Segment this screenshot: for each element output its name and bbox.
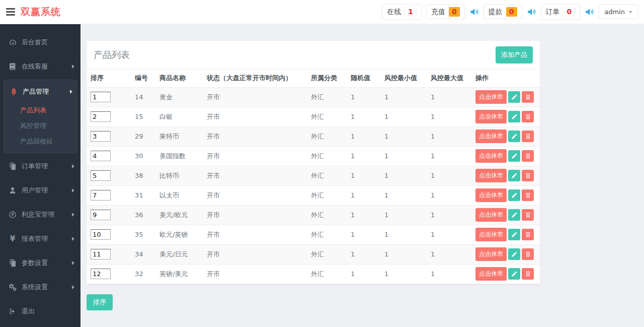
sidebar-item-label: 用户管理: [22, 186, 48, 195]
edit-button[interactable]: [508, 111, 520, 122]
sidebar-item-label: 系统设置: [22, 283, 48, 292]
edit-button[interactable]: [508, 229, 520, 240]
sidebar-item-order-management[interactable]: 订单管理: [0, 154, 80, 178]
close-market-button[interactable]: 点击休市: [475, 247, 507, 261]
random-value-cell: 1: [346, 87, 379, 107]
sidebar-item-user-management[interactable]: 用户管理: [0, 178, 80, 203]
close-market-button[interactable]: 点击休市: [475, 267, 507, 281]
close-market-button[interactable]: 点击休市: [475, 90, 507, 104]
sidebar-subitem-product-list[interactable]: 产品列表: [4, 102, 76, 118]
order-speaker-icon[interactable]: [585, 7, 594, 17]
sort-order-input[interactable]: [91, 111, 111, 122]
delete-button[interactable]: [522, 209, 534, 221]
pencil-icon: [511, 113, 518, 120]
main-content: 产品列表 添加产品 排序 编号 商品名称 状态（大盘正常开市时间内） 所属分类 …: [80, 24, 644, 327]
dashboard-icon: [8, 38, 17, 47]
edit-button[interactable]: [508, 170, 520, 181]
add-product-button[interactable]: 添加产品: [496, 46, 533, 63]
sort-order-input[interactable]: [91, 249, 111, 259]
hamburger-menu-icon[interactable]: [6, 7, 15, 17]
close-market-button[interactable]: 点击休市: [475, 208, 507, 222]
edit-button[interactable]: [508, 268, 520, 280]
topbar-right: 在线 1 充值 0 提款 0 订单 0 admin: [382, 4, 644, 20]
actions-cell: 点击休市: [470, 126, 540, 146]
sidebar-item-product-management[interactable]: B 产品管理: [4, 80, 76, 102]
delete-button[interactable]: [522, 229, 534, 240]
delete-button[interactable]: [522, 91, 534, 103]
sidebar-item-interest-management[interactable]: 利息宝管理: [0, 203, 80, 227]
sort-order-input[interactable]: [91, 131, 111, 142]
risk-min-cell: 1: [379, 244, 426, 264]
sort-order-input[interactable]: [91, 269, 111, 279]
risk-max-cell: 1: [426, 126, 470, 146]
brand-title[interactable]: 双赢系统: [21, 6, 61, 19]
topbar: 双赢系统 在线 1 充值 0 提款 0 订单 0 admin: [0, 0, 644, 24]
trash-icon: [525, 172, 531, 179]
close-market-button[interactable]: 点击休市: [475, 169, 507, 182]
withdraw-count-badge: 0: [506, 7, 517, 17]
sidebar-item-label: 在线客服: [22, 62, 48, 71]
trash-icon: [525, 113, 531, 120]
actions-cell: 点击休市: [470, 107, 540, 126]
actions-cell: 点击休市: [470, 225, 540, 244]
close-market-button[interactable]: 点击休市: [475, 149, 507, 163]
edit-button[interactable]: [508, 150, 520, 162]
sidebar-item-report-management[interactable]: ¥ 报表管理: [0, 227, 80, 251]
sidebar-subitem-product-recycle[interactable]: 产品回收站: [4, 134, 76, 149]
status-cell: 开市: [202, 146, 306, 166]
status-cell: 开市: [202, 107, 306, 126]
user-menu[interactable]: admin: [599, 5, 638, 19]
edit-button[interactable]: [508, 248, 520, 260]
edit-button[interactable]: [508, 91, 520, 103]
delete-button[interactable]: [522, 268, 534, 280]
trash-icon: [525, 94, 531, 100]
close-market-button[interactable]: 点击休市: [475, 110, 507, 123]
sidebar-item-parameter-settings[interactable]: 参数设置: [0, 251, 80, 275]
sidebar-item-system-settings[interactable]: 系统设置: [0, 275, 80, 299]
delete-button[interactable]: [522, 189, 534, 201]
delete-button[interactable]: [522, 170, 534, 181]
sidebar-item-dashboard[interactable]: 后台首页: [0, 30, 80, 54]
sort-order-input[interactable]: [91, 229, 111, 240]
sort-order-input[interactable]: [91, 170, 111, 181]
sort-order-input[interactable]: [91, 92, 111, 102]
delete-button[interactable]: [522, 111, 534, 122]
online-count-badge: 1: [405, 7, 417, 17]
edit-button[interactable]: [508, 189, 520, 201]
close-market-button[interactable]: 点击休市: [475, 228, 507, 241]
delete-button[interactable]: [522, 150, 534, 162]
risk-max-cell: 1: [426, 264, 470, 284]
withdraw-stat[interactable]: 提款 0: [484, 5, 522, 19]
close-market-button[interactable]: 点击休市: [475, 129, 507, 143]
product-name-cell: 黄金: [154, 87, 202, 107]
chevron-right-icon: [72, 164, 74, 168]
order-stat[interactable]: 订单 0: [541, 4, 581, 20]
close-market-button[interactable]: 点击休市: [475, 188, 507, 202]
sort-order-input[interactable]: [91, 210, 111, 220]
online-stat[interactable]: 在线 1: [382, 4, 422, 20]
sort-submit-button[interactable]: 排序: [87, 294, 113, 310]
risk-max-cell: 1: [426, 205, 470, 225]
edit-button[interactable]: [508, 130, 520, 142]
table-row: 29 莱特币 开市 外汇 1 1 1 点击休市: [87, 126, 540, 146]
col-header-random: 随机值: [346, 70, 379, 87]
recharge-speaker-icon[interactable]: [469, 7, 479, 17]
delete-button[interactable]: [522, 248, 534, 260]
delete-button[interactable]: [522, 130, 534, 142]
random-value-cell: 1: [346, 244, 379, 264]
recharge-stat[interactable]: 充值 0: [426, 5, 465, 19]
actions-cell: 点击休市: [470, 205, 540, 225]
edit-button[interactable]: [508, 209, 520, 221]
sort-order-input[interactable]: [91, 151, 111, 161]
risk-max-cell: 1: [426, 107, 470, 126]
sidebar-subitem-risk-management[interactable]: 风控管理: [4, 118, 76, 134]
table-header-row: 排序 编号 商品名称 状态（大盘正常开市时间内） 所属分类 随机值 风控最小值 …: [87, 70, 540, 87]
sidebar-item-logout[interactable]: 退出: [0, 299, 80, 323]
product-id-cell: 15: [130, 107, 154, 126]
sidebar: 后台首页 在线客服 B 产品管理 产品列表 风控管理 产品回收站 订单管理 用户…: [0, 24, 80, 327]
sidebar-item-customer-service[interactable]: 在线客服: [0, 54, 80, 79]
sort-order-input[interactable]: [91, 190, 111, 201]
withdraw-speaker-icon[interactable]: [527, 7, 536, 17]
chevron-right-icon: [72, 285, 74, 289]
product-id-cell: 32: [130, 264, 154, 284]
